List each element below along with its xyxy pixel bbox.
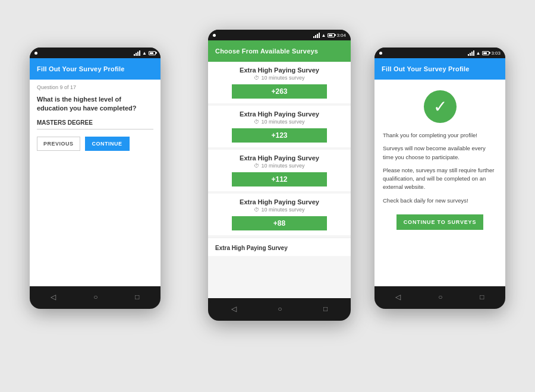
- center-app-header: Choose From Available Surveys: [208, 40, 351, 62]
- survey-title-3: Extra High Paying Survey: [240, 154, 319, 162]
- wifi-icon: ▲: [142, 50, 147, 56]
- survey-time-2: ⏱ 10 minutes survey: [254, 119, 304, 125]
- survey-item-partial: Extra High Paying Survey: [208, 238, 351, 256]
- completion-text-3: Please note, surveys may still require f…: [383, 166, 497, 192]
- previous-button[interactable]: PREVIOUS: [37, 137, 80, 151]
- nav-buttons: PREVIOUS CONTINUE: [37, 137, 153, 151]
- points-button-1[interactable]: +263: [232, 84, 327, 99]
- home-button-right[interactable]: ○: [438, 293, 442, 301]
- checkmark-circle: ✓: [424, 90, 457, 123]
- checkmark-icon: ✓: [433, 99, 447, 115]
- phone-left: ▲ Fill Out Your Survey Profile Question …: [30, 48, 160, 309]
- survey-time-1: ⏱ 10 minutes survey: [254, 75, 304, 81]
- phones-container: ▲ Fill Out Your Survey Profile Question …: [12, 12, 523, 380]
- signal-icon: [134, 50, 140, 56]
- survey-title-1: Extra High Paying Survey: [240, 67, 319, 74]
- phone-right: ▲ 3:03 Fill Out Your Survey Profile ✓ Th…: [374, 48, 505, 309]
- points-button-4[interactable]: +88: [232, 216, 327, 230]
- points-button-2[interactable]: +123: [232, 128, 327, 143]
- completion-text-4: Check back daily for new surveys!: [383, 197, 468, 205]
- points-button-3[interactable]: +112: [232, 172, 327, 186]
- wifi-icon-right: ▲: [476, 50, 481, 56]
- status-icons-center: ▲ 3:04: [313, 33, 347, 38]
- survey-item-1: Extra High Paying Survey ⏱ 10 minutes su…: [208, 62, 351, 103]
- survey-item-4: Extra High Paying Survey ⏱ 10 minutes su…: [208, 194, 351, 235]
- survey-time-3: ⏱ 10 minutes survey: [254, 163, 304, 169]
- survey-title-4: Extra High Paying Survey: [240, 198, 319, 206]
- right-header-title: Fill Out Your Survey Profile: [382, 65, 470, 72]
- time-center: 3:04: [336, 33, 346, 38]
- signal-icon-right: [468, 50, 474, 56]
- time-right: 3:03: [491, 50, 501, 56]
- signal-icon-center: [313, 33, 320, 38]
- status-dot-right: [379, 52, 382, 55]
- continue-to-surveys-button[interactable]: CONTINUE TO SURVEYS: [396, 214, 483, 230]
- phone-center: ▲ 3:04 Choose From Available Surveys Ext…: [208, 30, 351, 321]
- question-progress: Question 9 of 17: [37, 84, 153, 90]
- completion-text-2: Surveys will now become available every …: [383, 144, 497, 162]
- right-screen-content: ✓ Thank you for completing your profile!…: [374, 80, 505, 286]
- battery-icon-right: [482, 51, 489, 55]
- status-bar-left: ▲: [30, 48, 160, 58]
- square-button-left[interactable]: □: [135, 293, 139, 301]
- status-icons-right: ▲ 3:03: [468, 50, 501, 56]
- status-bar-center: ▲ 3:04: [208, 30, 351, 40]
- left-header-title: Fill Out Your Survey Profile: [37, 65, 125, 72]
- wifi-icon-center: ▲: [322, 33, 326, 38]
- home-button-left[interactable]: ○: [93, 293, 97, 301]
- square-button-right[interactable]: □: [480, 293, 484, 301]
- clock-icon-1: ⏱: [254, 75, 259, 81]
- answer-text: MASTERS DEGREE: [37, 119, 153, 129]
- survey-item-3: Extra High Paying Survey ⏱ 10 minutes su…: [208, 150, 351, 191]
- right-app-header: Fill Out Your Survey Profile: [374, 58, 505, 80]
- survey-time-4: ⏱ 10 minutes survey: [254, 207, 304, 213]
- square-button-center[interactable]: □: [323, 305, 328, 313]
- center-screen-content: Extra High Paying Survey ⏱ 10 minutes su…: [208, 62, 351, 298]
- survey-title-2: Extra High Paying Survey: [240, 110, 319, 118]
- clock-icon-3: ⏱: [254, 163, 259, 169]
- partial-survey-title: Extra High Paying Survey: [215, 245, 288, 251]
- left-screen-content: Question 9 of 17 What is the highest lev…: [30, 80, 160, 286]
- bottom-nav-center: ◁ ○ □: [210, 301, 348, 317]
- status-bar-right: ▲ 3:03: [374, 48, 505, 58]
- clock-icon-2: ⏱: [254, 119, 259, 125]
- continue-button[interactable]: CONTINUE: [85, 137, 130, 151]
- back-button-left[interactable]: ◁: [51, 293, 56, 301]
- home-button-center[interactable]: ○: [278, 305, 282, 313]
- back-button-center[interactable]: ◁: [231, 305, 237, 313]
- status-icons-left: ▲: [134, 50, 156, 56]
- completion-text-1: Thank you for completing your profile!: [383, 131, 477, 140]
- status-dot-center: [213, 34, 216, 37]
- battery-icon: [149, 51, 156, 55]
- survey-item-2: Extra High Paying Survey ⏱ 10 minutes su…: [208, 106, 351, 147]
- question-text: What is the highest level of education y…: [37, 95, 153, 113]
- bottom-nav-left: ◁ ○ □: [32, 289, 158, 305]
- status-dot: [34, 52, 37, 55]
- battery-icon-center: [328, 33, 335, 37]
- left-app-header: Fill Out Your Survey Profile: [30, 58, 160, 80]
- clock-icon-4: ⏱: [254, 207, 259, 213]
- bottom-nav-right: ◁ ○ □: [377, 289, 503, 305]
- back-button-right[interactable]: ◁: [395, 293, 401, 301]
- center-header-title: Choose From Available Surveys: [215, 48, 318, 55]
